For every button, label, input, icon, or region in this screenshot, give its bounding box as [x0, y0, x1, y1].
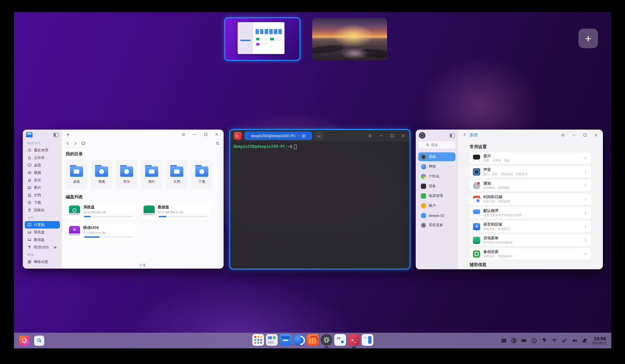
- control-center-window[interactable]: 系统 网络 个性化 设备 电源管理 账户 deepin ID 系统更新 系统 常: [416, 130, 603, 269]
- setting-sound[interactable]: 声音输入、输出、系统音效、设备管理: [470, 166, 591, 177]
- sidebar-item-deepin-id[interactable]: deepin ID: [418, 211, 455, 220]
- back-icon[interactable]: [66, 141, 70, 146]
- terminal-tab[interactable]: deepin25R@deepin25R-PC: ~ ×: [244, 132, 312, 140]
- dock-multitasking-view[interactable]: [266, 334, 278, 346]
- sidebar-item-computer[interactable]: 计算机: [25, 221, 60, 229]
- dock-control-center[interactable]: [321, 334, 332, 346]
- maximize-icon[interactable]: [583, 133, 587, 137]
- volume-icon[interactable]: [572, 338, 577, 343]
- forward-icon[interactable]: [73, 141, 77, 146]
- folder-music[interactable]: 音乐: [116, 160, 137, 189]
- sidebar-item-trash[interactable]: 回收站: [25, 206, 60, 214]
- sidebar-item-power[interactable]: 电源管理: [418, 191, 455, 200]
- new-tab-button[interactable]: +: [66, 132, 70, 137]
- breadcrumb-computer-icon[interactable]: [81, 141, 86, 146]
- dock-terminal[interactable]: >_: [348, 334, 360, 346]
- sidebar-item-recent[interactable]: 最近使用: [25, 147, 60, 154]
- sidebar-item-system-update[interactable]: 系统更新: [418, 221, 455, 230]
- input-grid-tray-icon[interactable]: [501, 338, 507, 343]
- eject-icon[interactable]: [53, 245, 57, 249]
- clock[interactable]: 13:56 2025/8/19: [592, 336, 606, 345]
- bluetooth-icon[interactable]: [511, 338, 517, 343]
- workspace-thumbnail-2[interactable]: [312, 18, 387, 61]
- maximize-icon[interactable]: [390, 133, 395, 138]
- dock-app-store[interactable]: [307, 334, 319, 346]
- menu-icon[interactable]: [181, 132, 186, 137]
- sidebar-item-downloads[interactable]: 下载: [25, 199, 60, 206]
- setting-default-apps[interactable]: 默认程序设置打开各类文件的默认程序: [470, 207, 591, 218]
- sidebar-item-personalization[interactable]: 个性化: [418, 172, 455, 181]
- sidebar-item-system[interactable]: 系统: [418, 152, 455, 161]
- minimize-icon[interactable]: [192, 132, 197, 137]
- new-tab-button[interactable]: +: [315, 132, 323, 140]
- dock-calculator[interactable]: [362, 334, 373, 346]
- disk-uos-usb[interactable]: ψ 统信UOS 4.7 GB/14.8 GB: [66, 223, 136, 241]
- close-icon[interactable]: [594, 133, 598, 137]
- dock-text-editor[interactable]: [334, 334, 346, 346]
- keyboard-layout-key-icon[interactable]: [562, 338, 567, 343]
- dock-browser[interactable]: [293, 334, 305, 346]
- add-workspace-button[interactable]: +: [578, 29, 598, 48]
- workspace-thumbnail-1[interactable]: [224, 17, 300, 61]
- my-directory-header: 我的目录: [66, 151, 220, 157]
- minimize-icon[interactable]: [379, 133, 383, 138]
- sidebar-item-devices[interactable]: 设备: [418, 182, 455, 190]
- sidebar-toggle-icon[interactable]: [450, 133, 455, 138]
- sidebar-toggle-icon[interactable]: [53, 133, 59, 137]
- tab-close-icon[interactable]: ×: [301, 134, 306, 138]
- setting-backup-restore[interactable]: 备份还原系统备份、数据备份等: [470, 248, 591, 259]
- launcher-icon[interactable]: [19, 336, 29, 346]
- file-manager-window[interactable]: 快捷访问 最近使用 主目录 桌面 视频 音乐 图片 文档 下载 回收站 分区 计…: [23, 130, 224, 269]
- menu-icon[interactable]: [561, 133, 565, 137]
- file-manager-app-icon: [26, 132, 33, 137]
- battery-icon[interactable]: [521, 338, 527, 343]
- folder-documents[interactable]: 文档: [166, 160, 188, 189]
- chevron-right-icon: [584, 169, 587, 175]
- minimize-icon[interactable]: [572, 133, 576, 137]
- toggles-icon[interactable]: [582, 338, 588, 343]
- sidebar-item-network-neighborhood[interactable]: 网络邻居: [25, 258, 60, 266]
- wifi-icon[interactable]: [551, 338, 557, 343]
- search-box[interactable]: [418, 141, 455, 148]
- back-button[interactable]: [463, 132, 467, 138]
- sidebar-item-system-disk[interactable]: 系统盘: [25, 229, 60, 236]
- setting-notifications[interactable]: 通知勿扰模式、应用通知: [470, 180, 591, 191]
- desktop-overview[interactable]: + 快捷访问 最近使用 主目录 桌面 视频 音乐 图片 文档 下载 回收站 分区…: [14, 12, 611, 348]
- dock-file-manager[interactable]: [280, 334, 291, 346]
- sidebar-item-uos-usb[interactable]: 统信UOS: [25, 244, 60, 251]
- search-input[interactable]: [431, 143, 448, 147]
- sidebar-item-network[interactable]: 网络: [418, 162, 455, 171]
- setting-time-date[interactable]: 时间和日期时间日期、时区设置: [470, 193, 591, 205]
- sidebar-item-music[interactable]: 音乐: [25, 176, 60, 184]
- sidebar-item-desktop[interactable]: 桌面: [25, 161, 60, 169]
- disk-usage-bar: [84, 236, 132, 238]
- terminal-screen[interactable]: deepin25R@deepin25R-PC:~$: [230, 142, 410, 152]
- usb-icon[interactable]: [541, 338, 547, 343]
- maximize-icon[interactable]: [203, 132, 208, 137]
- disk-system[interactable]: 系统盘 14.2 GB/100 GB: [66, 203, 136, 220]
- sidebar-item-videos[interactable]: 视频: [25, 169, 60, 176]
- close-icon[interactable]: [401, 133, 406, 138]
- sidebar-item-data-disk[interactable]: 数据盘: [25, 236, 60, 244]
- setting-display[interactable]: 显示亮度、分辨率、缩放: [470, 152, 591, 164]
- sidebar-item-documents[interactable]: 文档: [25, 191, 60, 199]
- close-icon[interactable]: [215, 132, 219, 137]
- sidebar-item-pictures[interactable]: 图片: [25, 184, 60, 191]
- sidebar-item-accounts[interactable]: 账户: [418, 201, 455, 210]
- terminal-window[interactable]: >_ deepin25R@deepin25R-PC: ~ × + deepin2…: [229, 129, 410, 270]
- menu-icon[interactable]: [368, 133, 372, 138]
- setting-language-region[interactable]: A 语言和区域系统语言、区域格式: [470, 221, 591, 232]
- folder-pictures[interactable]: 图片: [141, 160, 162, 189]
- folder-icon: [195, 165, 209, 177]
- dock-app-grid[interactable]: [252, 334, 264, 346]
- search-icon[interactable]: [215, 141, 220, 146]
- setting-boot-menu[interactable]: 启动菜单管理您的开机启动菜单: [470, 234, 591, 246]
- disk-data[interactable]: 数据盘 57.4 GB/356.6 GB: [140, 203, 211, 220]
- grand-search-icon[interactable]: [34, 336, 44, 346]
- folder-downloads[interactable]: 下载: [191, 160, 213, 189]
- folder-videos[interactable]: 视频: [91, 160, 112, 189]
- sidebar-item-home[interactable]: 主目录: [25, 154, 60, 161]
- folder-desktop[interactable]: 桌面: [66, 160, 87, 189]
- default-apps-icon: [473, 209, 480, 217]
- onboard-chevron-icon[interactable]: [531, 338, 537, 343]
